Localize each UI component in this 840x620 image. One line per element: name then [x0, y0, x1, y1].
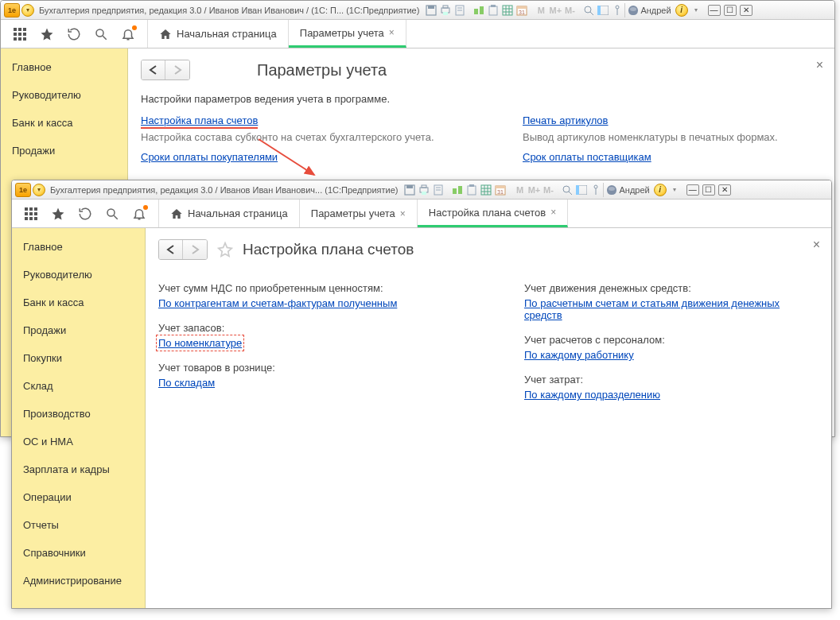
- tab-close-icon[interactable]: ×: [550, 207, 556, 218]
- zoom-icon[interactable]: [581, 3, 596, 17]
- sidebar-item-main[interactable]: Главное: [12, 233, 145, 261]
- clipboard-icon[interactable]: [465, 183, 479, 197]
- apps-icon[interactable]: [23, 206, 39, 222]
- sidebar-item-sales[interactable]: Продажи: [1, 137, 127, 165]
- info-icon[interactable]: i: [675, 3, 689, 17]
- memory-mplus-icon[interactable]: M+: [527, 183, 541, 197]
- link-vat[interactable]: По контрагентам и счетам-фактурам получе…: [158, 297, 397, 309]
- info-icon[interactable]: i: [653, 183, 667, 197]
- link-inventory[interactable]: По номенклатуре: [158, 337, 242, 349]
- sidebar-item-reports[interactable]: Отчеты: [12, 511, 145, 539]
- svg-line-36: [103, 36, 107, 40]
- tab-close-icon[interactable]: ×: [389, 27, 395, 38]
- link-plan-accounts[interactable]: Настройка плана счетов: [141, 114, 258, 129]
- favorite-star-icon[interactable]: [217, 242, 233, 258]
- link-personnel[interactable]: По каждому работнику: [524, 349, 634, 361]
- tools-icon[interactable]: [610, 3, 624, 17]
- user-chip[interactable]: Андрей: [624, 3, 674, 17]
- memory-m-icon[interactable]: M: [534, 3, 548, 17]
- app-menu-dropdown[interactable]: ▾: [33, 184, 45, 196]
- tab-params[interactable]: Параметры учета ×: [289, 20, 406, 48]
- search-icon[interactable]: [93, 26, 109, 42]
- user-chip[interactable]: Андрей: [603, 183, 652, 197]
- sidebar-item-operations[interactable]: Операции: [12, 483, 145, 511]
- sidebar-item-bank[interactable]: Банк и касса: [1, 109, 127, 137]
- sidebar-item-os-nma[interactable]: ОС и НМА: [12, 428, 145, 455]
- minimize-button[interactable]: —: [686, 184, 699, 196]
- page-close-icon[interactable]: ×: [816, 58, 823, 72]
- sidebar-item-manager[interactable]: Руководителю: [12, 261, 145, 289]
- app-menu-dropdown[interactable]: ▾: [21, 4, 34, 17]
- doc-icon[interactable]: [431, 183, 445, 197]
- sidebar-item-production[interactable]: Производство: [12, 400, 145, 428]
- doc-icon[interactable]: [453, 3, 467, 17]
- search-icon[interactable]: [104, 206, 120, 222]
- panels-icon[interactable]: [574, 183, 589, 197]
- memory-mminus-icon[interactable]: M-: [541, 183, 555, 197]
- svg-rect-50: [481, 185, 491, 195]
- svg-rect-39: [406, 185, 413, 188]
- bell-icon[interactable]: [131, 206, 147, 222]
- history-icon[interactable]: [66, 26, 82, 42]
- sidebar-item-manager[interactable]: Руководителю: [1, 81, 127, 109]
- link-buyer-terms[interactable]: Сроки оплаты покупателями: [141, 151, 278, 163]
- info-dropdown-icon[interactable]: ▾: [667, 183, 682, 197]
- memory-mminus-icon[interactable]: M-: [562, 3, 577, 17]
- tab-close-icon[interactable]: ×: [400, 208, 406, 219]
- sidebar-item-directories[interactable]: Справочники: [12, 539, 145, 567]
- sidebar-item-bank[interactable]: Банк и касса: [12, 289, 145, 316]
- calendar-icon[interactable]: 31: [515, 3, 529, 17]
- nav-forward-button[interactable]: [165, 60, 189, 79]
- svg-point-24: [616, 6, 619, 9]
- tools-icon[interactable]: [589, 183, 603, 197]
- nav-back-button[interactable]: [159, 240, 183, 259]
- sidebar-item-warehouse[interactable]: Склад: [12, 372, 145, 400]
- apps-icon[interactable]: [12, 26, 28, 42]
- clipboard-icon[interactable]: [486, 3, 500, 17]
- link-supplier-terms[interactable]: Срок оплаты поставщикам: [523, 151, 651, 163]
- link-retail[interactable]: По складам: [158, 377, 215, 389]
- panels-icon[interactable]: [596, 3, 610, 17]
- svg-rect-28: [23, 28, 26, 31]
- compare-icon[interactable]: [450, 183, 465, 197]
- page-close-icon[interactable]: ×: [813, 238, 820, 252]
- calendar-icon[interactable]: 31: [493, 183, 508, 197]
- minimize-button[interactable]: —: [708, 5, 721, 16]
- star-icon[interactable]: [50, 206, 66, 222]
- zoom-icon[interactable]: [560, 183, 574, 197]
- print-icon[interactable]: [438, 3, 453, 17]
- star-icon[interactable]: [39, 26, 55, 42]
- save-icon[interactable]: [402, 183, 417, 197]
- close-button[interactable]: ✕: [718, 184, 731, 196]
- tab-plan-accounts[interactable]: Настройка плана счетов ×: [418, 200, 568, 227]
- maximize-button[interactable]: ☐: [724, 5, 737, 16]
- link-costs[interactable]: По каждому подразделению: [524, 389, 660, 401]
- sidebar-item-main[interactable]: Главное: [1, 53, 127, 81]
- sidebar-item-payroll[interactable]: Зарплата и кадры: [12, 455, 145, 483]
- bell-icon[interactable]: [120, 26, 136, 42]
- sidebar-item-admin[interactable]: Администрирование: [12, 567, 145, 595]
- memory-mplus-icon[interactable]: M+: [548, 3, 562, 17]
- toolbar: Начальная страница Параметры учета ×: [1, 20, 834, 48]
- grid-icon[interactable]: [479, 183, 493, 197]
- tab-home[interactable]: Начальная страница: [158, 200, 300, 227]
- print-icon[interactable]: [417, 183, 431, 197]
- history-icon[interactable]: [77, 206, 93, 222]
- maximize-button[interactable]: ☐: [702, 184, 715, 196]
- sidebar-item-purchases[interactable]: Покупки: [12, 344, 145, 372]
- nav-forward-button[interactable]: [183, 240, 207, 259]
- close-button[interactable]: ✕: [740, 5, 752, 16]
- memory-m-icon[interactable]: M: [512, 183, 527, 197]
- tab-params[interactable]: Параметры учета ×: [300, 200, 418, 227]
- save-icon[interactable]: [424, 3, 438, 17]
- home-icon: [170, 207, 183, 220]
- info-dropdown-icon[interactable]: ▾: [689, 3, 703, 17]
- tab-home[interactable]: Начальная страница: [147, 20, 289, 48]
- svg-rect-34: [23, 37, 26, 41]
- link-cash[interactable]: По расчетным счетам и статьям движения д…: [524, 297, 780, 321]
- sidebar-item-sales[interactable]: Продажи: [12, 316, 145, 344]
- link-print-articles[interactable]: Печать артикулов: [523, 114, 609, 126]
- nav-back-button[interactable]: [142, 60, 165, 79]
- grid-icon[interactable]: [500, 3, 515, 17]
- compare-icon[interactable]: [472, 3, 486, 17]
